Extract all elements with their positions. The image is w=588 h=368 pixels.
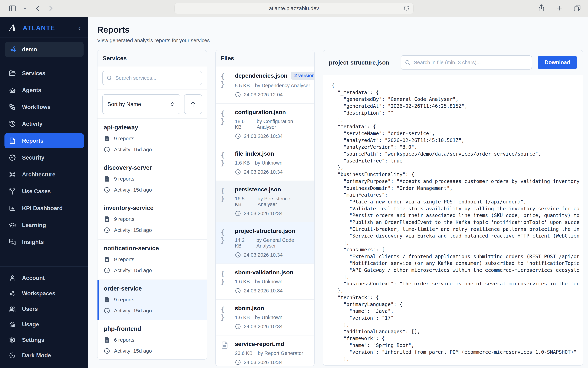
clock-icon (235, 169, 241, 175)
sidebar-item-use-cases[interactable]: Use Cases (4, 184, 84, 199)
brand-name: ATLANTE (23, 24, 55, 32)
sidebar-nav: Services Agents Workflows Activity Repor… (4, 66, 84, 249)
report-file-icon (104, 296, 110, 303)
sidebar-item-workspaces[interactable]: Workspaces (4, 286, 84, 301)
files-panel: Files { } dependencies.json 2 versions 5… (215, 50, 315, 366)
reload-icon[interactable] (404, 5, 409, 12)
divider (0, 267, 88, 267)
files-panel-header: Files (216, 50, 314, 66)
sidebar-item-insights[interactable]: Insights (4, 234, 84, 249)
file-row[interactable]: service-report.md 23.6 KBby Report Gener… (216, 335, 314, 366)
sidebar-item-security[interactable]: Security (4, 150, 84, 165)
graduation-cap-icon (9, 222, 16, 229)
workspace-selector[interactable]: demo (5, 42, 84, 57)
service-row[interactable]: notification-service 9 reports Activity:… (97, 239, 207, 280)
sidebar-bottom-nav: Account Workspaces Users Usage Settings (4, 271, 84, 363)
service-row[interactable]: php-frontend 6 reports Activity: 15d ago (97, 320, 207, 360)
usage-chart-icon (9, 321, 16, 328)
arrow-up-icon (189, 101, 197, 108)
service-row-selected[interactable]: order-service 9 reports Activity: 15d ag… (97, 280, 207, 320)
split-icon (9, 188, 16, 195)
clock-icon (235, 359, 241, 365)
url-text: atlante.piazzablu.dev (269, 5, 319, 11)
sidebar-item-kpi-dashboard[interactable]: KPI Dashboard (4, 201, 84, 216)
url-bar[interactable]: atlante.piazzablu.dev (175, 3, 413, 14)
report-file-icon (104, 256, 110, 263)
workflow-icon (9, 104, 16, 110)
sidebar-menu-chevron-icon[interactable] (21, 4, 29, 13)
sidebar-item-dark-mode[interactable]: Dark Mode (4, 348, 84, 363)
sidebar-item-account[interactable]: Account (4, 271, 84, 285)
history-icon (9, 120, 16, 127)
braces-icon: { } (221, 186, 230, 217)
sort-select[interactable]: Sort by Name (102, 94, 180, 114)
clock-icon (235, 323, 241, 330)
file-row[interactable]: { } persistence.json 16.5 KBby Persisten… (216, 181, 314, 222)
sidebar-item-agents[interactable]: Agents (4, 83, 84, 98)
sidebar-item-workflows[interactable]: Workflows (4, 100, 84, 115)
file-row[interactable]: { } sbom-validation.json 1.6 KBby Unknow… (216, 264, 314, 300)
file-row[interactable]: { } configuration.json 18.6 KBby Configu… (216, 104, 314, 145)
clock-icon (104, 307, 110, 314)
browser-forward-button (46, 4, 55, 13)
divider (0, 61, 88, 61)
clock-icon (104, 348, 110, 354)
share-icon[interactable] (537, 4, 545, 13)
network-icon (9, 171, 16, 178)
service-row[interactable]: api-gateway 9 reports Activity: 15d ago (97, 119, 207, 159)
sidebar-item-usage[interactable]: Usage (4, 317, 84, 332)
sidebar-item-architecture[interactable]: Architecture (4, 167, 84, 182)
report-file-icon (104, 337, 110, 343)
service-row[interactable]: discovery-server 9 reports Activity: 15d… (97, 159, 207, 199)
braces-icon: { } (221, 109, 230, 139)
sidebar-item-activity[interactable]: Activity (4, 116, 84, 131)
report-file-icon (104, 175, 110, 182)
browser-chrome: atlante.piazzablu.dev (0, 0, 588, 17)
clock-icon (235, 210, 241, 217)
search-icon (106, 75, 112, 81)
service-row[interactable]: inventory-service 9 reports Activity: 15… (97, 199, 207, 239)
browser-sidebar-toggle-icon[interactable] (8, 4, 17, 13)
braces-icon: { } (221, 228, 230, 258)
file-row[interactable]: { } sbom.json 1.6 KBby Unknown 24.03.202… (216, 300, 314, 335)
braces-icon: { } (221, 150, 230, 175)
divider (0, 37, 88, 38)
file-row[interactable]: { } file-index.json 1.6 KBby Unknown 24.… (216, 145, 314, 181)
viewer-header: project-structure.json Download (323, 50, 583, 75)
code-viewer[interactable]: { "_metadata": { "generatedBy": "General… (323, 75, 583, 365)
clock-icon (104, 187, 110, 193)
download-button[interactable]: Download (538, 55, 577, 69)
services-search-input[interactable] (102, 71, 202, 85)
sidebar-collapse-icon[interactable]: ‹ (77, 24, 82, 32)
sidebar-item-users[interactable]: Users (4, 302, 84, 316)
clock-icon (235, 288, 241, 294)
tabs-overview-icon[interactable] (573, 4, 581, 13)
users-icon (9, 305, 16, 313)
report-file-icon (104, 135, 110, 142)
sidebar-item-reports[interactable]: Reports (4, 133, 84, 148)
sidebar-item-services[interactable]: Services (4, 66, 84, 81)
clock-icon (235, 92, 241, 98)
new-tab-icon[interactable] (555, 4, 563, 13)
file-viewer-panel: project-structure.json Download { "_meta… (323, 50, 583, 366)
robot-icon (9, 87, 16, 94)
services-panel: Services Sort by Name (97, 50, 207, 360)
browser-back-button[interactable] (34, 4, 42, 13)
file-row[interactable]: { } dependencies.json 2 versions 5.5 KBb… (216, 66, 314, 104)
messages-icon (9, 239, 16, 245)
main-content: Reports View generated analysis reports … (88, 17, 588, 368)
sidebar: A ATLANTE ‹ demo Services Agents Workflo… (0, 17, 88, 368)
sidebar-item-settings[interactable]: Settings (4, 332, 84, 347)
braces-icon: { } (221, 269, 230, 294)
viewer-filename: project-structure.json (329, 59, 389, 66)
file-row-selected[interactable]: { } project-structure.json 14.2 KBby Gen… (216, 222, 314, 264)
json-code: { "_metadata": { "generatedBy": "General… (332, 82, 583, 362)
clock-icon (235, 252, 241, 258)
braces-icon: { } (221, 72, 230, 98)
file-search-input[interactable] (401, 55, 532, 70)
versions-badge: 2 versions (291, 72, 315, 80)
sidebar-item-learning[interactable]: Learning (4, 218, 84, 233)
sort-direction-button[interactable] (184, 94, 202, 114)
kpi-panel-icon (9, 205, 16, 212)
braces-icon: { } (221, 305, 230, 330)
